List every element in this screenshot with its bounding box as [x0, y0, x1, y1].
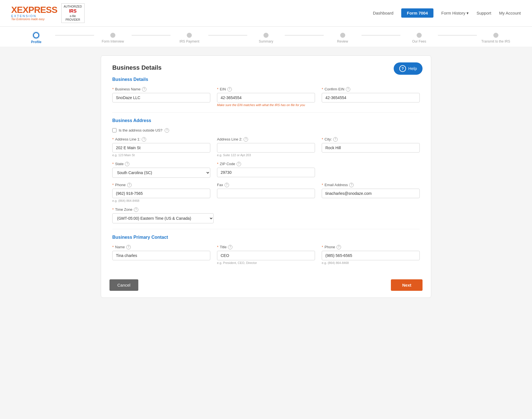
contact-name-info-icon[interactable]: ? [126, 245, 131, 249]
logo-tagline: Tax Extensions made easy [11, 18, 57, 21]
help-button[interactable]: ? Help [394, 62, 423, 75]
timezone-select[interactable]: (GMT-05:00) Eastern Time (US & Canada) (… [112, 213, 214, 223]
nav-my-account[interactable]: My Account [499, 11, 521, 15]
address-line2-info-icon[interactable]: ? [244, 137, 248, 142]
nav-dashboard[interactable]: Dashboard [373, 11, 393, 15]
contact-title-info-icon[interactable]: ? [228, 245, 232, 249]
steps-container: Profile Form Interview IRS Payment Summa… [17, 32, 515, 44]
required-star-email: * [322, 183, 323, 187]
cancel-button[interactable]: Cancel [109, 279, 138, 291]
address-line1-input[interactable] [112, 143, 210, 153]
phone-label-text: Phone [115, 183, 126, 187]
required-star-phone: * [112, 183, 114, 187]
step-transmit[interactable]: Transmit to the IRS [476, 33, 515, 43]
form-row-timezone: * Time Zone ? (GMT-05:00) Eastern Time (… [112, 207, 420, 223]
next-button[interactable]: Next [391, 279, 423, 291]
zip-info-icon[interactable]: ? [237, 162, 241, 166]
contact-title-label-text: Title [220, 245, 227, 249]
outside-us-label[interactable]: Is the address outside US? [119, 128, 162, 132]
confirm-ein-info-icon[interactable]: ? [346, 87, 350, 92]
irs-badge-efile: e-file [64, 14, 82, 18]
form-row-phone-fax-email: * Phone ? e.g. (864) 864-8468 Fax ? * Em… [112, 183, 420, 202]
step-label-summary: Summary [259, 39, 273, 43]
logo-x: X [11, 5, 17, 15]
timezone-group: * Time Zone ? (GMT-05:00) Eastern Time (… [112, 207, 214, 223]
page-title: Business Details [112, 64, 420, 71]
phone-group: * Phone ? e.g. (864) 864-8468 [112, 183, 210, 202]
phone-input[interactable] [112, 189, 210, 198]
fax-input[interactable] [217, 189, 315, 198]
email-info-icon[interactable]: ? [349, 183, 354, 187]
contact-name-input[interactable] [112, 251, 210, 260]
address-line2-input[interactable] [217, 143, 315, 153]
contact-title-hint: e.g. President, CEO, Director [217, 261, 315, 264]
required-star: * [112, 87, 114, 91]
contact-phone-input[interactable] [322, 251, 420, 260]
step-irs-payment[interactable]: IRS Payment [170, 33, 209, 43]
timezone-info-icon[interactable]: ? [134, 207, 138, 212]
nav-form7004[interactable]: Form 7004 [401, 8, 433, 18]
chevron-down-icon: ▾ [466, 11, 469, 16]
ein-label: * EIN ? [217, 87, 315, 92]
step-review[interactable]: Review [323, 33, 362, 43]
zip-input[interactable] [217, 168, 315, 177]
logo-main: EXPRESS [17, 5, 57, 15]
ein-group: * EIN ? Make sure the EIN matches with w… [217, 87, 315, 107]
address-line1-hint: e.g. 123 Main St [112, 153, 210, 157]
divider-2 [112, 229, 420, 229]
required-star-ein: * [217, 87, 218, 91]
fax-info-icon[interactable]: ? [225, 183, 229, 187]
email-input[interactable] [322, 189, 420, 198]
outside-us-checkbox[interactable] [112, 128, 116, 132]
required-star-contact-phone: * [322, 245, 323, 249]
step-dot-summary [263, 33, 269, 38]
address-line2-hint: e.g. Suite 122 or Apt 203 [217, 153, 315, 157]
nav-form-history[interactable]: Form History ▾ [441, 11, 469, 16]
step-dot-review [340, 33, 345, 38]
required-star-city: * [322, 137, 323, 141]
step-line-1 [55, 35, 94, 36]
address-line1-info-icon[interactable]: ? [142, 137, 146, 142]
phone-info-icon[interactable]: ? [127, 183, 132, 187]
fax-label-text: Fax [217, 183, 223, 187]
confirm-ein-input[interactable] [322, 93, 420, 102]
step-summary[interactable]: Summary [247, 33, 286, 43]
outside-us-info-icon[interactable]: ? [165, 128, 169, 133]
confirm-ein-label: * Confirm EIN ? [322, 87, 420, 92]
state-select[interactable]: South Carolina (SC) Alabama (AL) Califor… [112, 168, 210, 178]
email-label-text: Email Address [325, 183, 348, 187]
business-name-label-text: Business Name [115, 87, 141, 91]
logo-express[interactable]: XEXPRESS [11, 5, 57, 14]
step-line-2 [132, 35, 171, 36]
contact-phone-label-text: Phone [325, 245, 335, 249]
city-input[interactable] [322, 143, 420, 153]
zip-spacer [322, 162, 420, 178]
irs-badge-logo: IRS [64, 8, 82, 14]
business-name-label: * Business Name ? [112, 87, 210, 92]
business-name-input[interactable] [112, 93, 210, 102]
timezone-label-text: Time Zone [115, 207, 132, 212]
step-line-3 [208, 35, 247, 36]
step-profile[interactable]: Profile [17, 32, 56, 44]
contact-phone-info-icon[interactable]: ? [337, 245, 341, 249]
required-star-timezone: * [112, 207, 114, 212]
step-form-interview[interactable]: Form Interview [94, 33, 132, 43]
required-star-addr1: * [112, 137, 114, 141]
state-info-icon[interactable]: ? [125, 162, 129, 166]
ein-info-icon[interactable]: ? [227, 87, 232, 92]
address-line1-label-text: Address Line 1: [115, 137, 140, 141]
nav-support[interactable]: Support [477, 11, 491, 15]
city-info-icon[interactable]: ? [333, 137, 338, 142]
step-line-6 [438, 35, 477, 36]
ein-hint: Make sure the EIN matches with what the … [217, 103, 315, 107]
business-name-group: * Business Name ? [112, 87, 210, 107]
step-dot-form-interview [110, 33, 115, 38]
contact-title-input[interactable] [217, 251, 315, 260]
step-our-fees[interactable]: Our Fees [400, 33, 439, 43]
phone-hint: e.g. (864) 864-8468 [112, 199, 210, 202]
business-name-info-icon[interactable]: ? [142, 87, 146, 92]
ein-input[interactable] [217, 93, 315, 102]
state-group: * State ? South Carolina (SC) Alabama (A… [112, 162, 210, 178]
help-question-icon: ? [399, 65, 406, 72]
contact-phone-hint: e.g. (864) 864-8468 [322, 261, 420, 264]
